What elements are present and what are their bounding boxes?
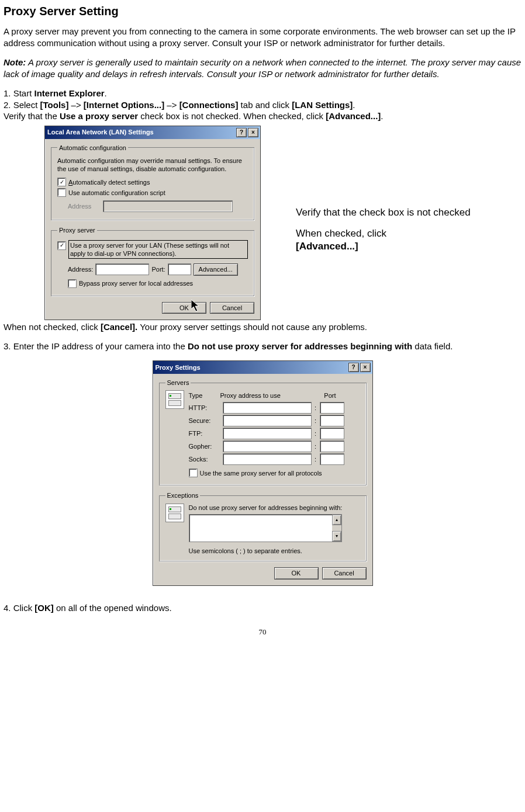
step-4: 4. Click [OK] on all of the opened windo… [4,602,521,614]
auto-config-legend: Automatic configuration [57,144,128,152]
same-proxy-label: Use the same proxy server for all protoc… [200,469,322,477]
intro-paragraph: A proxy server may prevent you from conn… [4,26,521,48]
servers-icon [165,390,184,409]
use-proxy-checkbox[interactable]: ✓ [57,241,66,250]
page-title: Proxy Server Setting [4,4,521,19]
svg-marker-0 [191,300,199,311]
http-port-input[interactable] [320,402,344,414]
note-body: A proxy server is generally used to main… [4,57,521,79]
cancel-button[interactable]: Cancel [322,567,367,579]
advanced-button[interactable]: Advanced... [194,263,238,275]
scroll-down-icon[interactable]: ▾ [332,531,341,542]
exceptions-group: Exceptions Do not use proxy server for a… [159,491,367,561]
proxy-title: Proxy Settings [156,363,201,372]
cursor-arrow-icon [191,300,206,315]
secure-address-input[interactable] [223,415,312,426]
exceptions-hint: Use semicolons ( ; ) to separate entries… [189,547,360,555]
col-port: Port [310,391,336,400]
ftp-port-input[interactable] [320,428,344,439]
auto-detect-label: Automatically detect settings [68,178,150,186]
servers-legend: Servers [165,379,191,387]
bypass-local-label: Bypass proxy server for local addresses [79,279,193,287]
proxy-address-label: Address: [68,265,93,273]
col-type: Type [189,391,220,400]
bypass-local-checkbox[interactable] [68,279,77,288]
ftp-label: FTP: [189,429,220,438]
help-icon[interactable]: ? [348,363,359,372]
cancel-button[interactable]: Cancel [210,302,254,314]
script-address-input [103,200,233,212]
use-proxy-label: Use a proxy server for your LAN (These s… [68,240,248,259]
gopher-address-input[interactable] [223,440,312,452]
proxy-titlebar: Proxy Settings ? × [153,361,372,374]
gopher-label: Gopher: [189,442,220,450]
note-paragraph: Note: A proxy server is generally used t… [4,57,521,79]
auto-config-hint: Automatic configuration may override man… [57,157,248,173]
servers-group: Servers Type Proxy address to use Port H… [159,379,367,486]
lan-settings-dialog: Local Area Network (LAN) Settings ? × Au… [44,126,261,320]
page-number: 70 [4,627,521,637]
secure-label: Secure: [189,417,220,425]
gopher-port-input[interactable] [320,440,344,452]
note-label: Note: [4,57,26,67]
http-address-input[interactable] [223,402,312,414]
socks-address-input[interactable] [223,453,312,465]
proxy-address-input[interactable] [95,263,149,275]
proxy-settings-dialog: Proxy Settings ? × Servers Type Proxy ad… [153,360,373,586]
lan-titlebar: Local Area Network (LAN) Settings ? × [45,126,260,139]
auto-config-group: Automatic configuration Automatic config… [51,144,254,221]
http-label: HTTP: [189,404,220,412]
exceptions-label: Do not use proxy server for addresses be… [189,504,360,512]
close-icon[interactable]: × [360,363,371,372]
ftp-address-input[interactable] [223,428,312,439]
instruction-steps: 1. Start Internet Explorer. 2. Select [T… [4,88,521,122]
lan-title: Local Area Network (LAN) Settings [47,128,154,136]
exceptions-textarea[interactable]: ▴ ▾ [189,514,342,542]
socks-label: Socks: [189,455,220,463]
col-address: Proxy address to use [220,391,310,400]
close-icon[interactable]: × [248,128,258,137]
annotation-line-1: Verify that the check box is not checked [296,206,471,219]
auto-script-checkbox[interactable] [57,188,66,197]
proxy-port-label: Port: [151,265,165,273]
exceptions-icon [165,504,184,522]
auto-script-label: Use automatic configuration script [68,189,165,197]
figure-annotation: Verify that the check box is not checked… [296,206,471,261]
exceptions-legend: Exceptions [165,491,201,499]
script-address-label: Address [68,202,101,210]
proxy-server-group: Proxy server ✓ Use a proxy server for yo… [51,226,254,296]
step-3: 3. Enter the IP address of your camera i… [4,341,521,352]
proxy-port-input[interactable] [168,263,191,275]
socks-port-input[interactable] [320,453,344,465]
secure-port-input[interactable] [320,415,344,426]
scroll-up-icon[interactable]: ▴ [332,515,341,525]
help-icon[interactable]: ? [236,128,247,137]
scrollbar[interactable]: ▴ ▾ [332,515,341,542]
ok-button[interactable]: OK [274,567,319,579]
same-proxy-checkbox[interactable] [189,469,198,477]
after-figure-1: When not checked, click [Cancel]. Your p… [4,321,521,333]
proxy-server-legend: Proxy server [57,226,97,234]
auto-detect-checkbox[interactable]: ✓ [57,178,66,186]
annotation-line-2: When checked, click [Advanced...] [296,227,471,253]
